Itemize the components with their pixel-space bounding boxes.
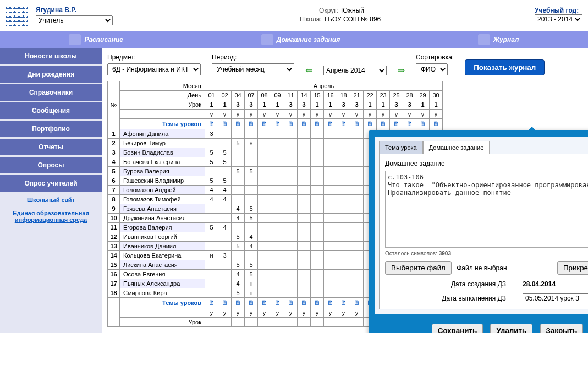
grade-cell[interactable] (205, 214, 218, 223)
grade-cell[interactable] (337, 214, 350, 223)
grade-cell[interactable] (205, 242, 218, 251)
grade-cell[interactable]: 4 (218, 186, 232, 195)
grade-cell[interactable] (298, 232, 311, 242)
grade-cell[interactable] (298, 157, 311, 167)
grade-cell[interactable] (324, 288, 337, 298)
grade-cell[interactable] (258, 214, 271, 223)
grade-cell[interactable] (350, 251, 364, 260)
grade-cell[interactable] (271, 242, 284, 251)
u-cell[interactable]: у (416, 110, 430, 119)
grade-cell[interactable]: 4 (232, 279, 245, 288)
grade-cell[interactable]: 5 (232, 167, 245, 176)
grade-cell[interactable] (324, 139, 337, 148)
grade-cell[interactable] (311, 223, 324, 232)
grade-cell[interactable] (218, 204, 232, 214)
theme-doc-icon[interactable]: 🗎 (232, 298, 245, 308)
grade-cell[interactable]: 5 (218, 157, 232, 167)
grade-cell[interactable] (271, 176, 284, 186)
grade-cell[interactable] (337, 204, 350, 214)
grade-cell[interactable] (324, 195, 337, 204)
theme-doc-icon[interactable]: 🗎 (271, 119, 284, 129)
grade-cell[interactable] (324, 260, 337, 270)
grade-cell[interactable] (324, 232, 337, 242)
grade-cell[interactable] (232, 176, 245, 186)
grade-cell[interactable] (284, 157, 298, 167)
grade-cell[interactable] (258, 232, 271, 242)
sidebar-item-birthdays[interactable]: Дни рождения (0, 66, 102, 83)
student-name[interactable]: Кольцова Екатерина (120, 251, 205, 260)
grade-cell[interactable] (205, 260, 218, 270)
grade-cell[interactable] (284, 242, 298, 251)
grade-cell[interactable]: 4 (245, 232, 258, 242)
grade-cell[interactable] (324, 176, 337, 186)
grade-cell[interactable] (298, 260, 311, 270)
grade-cell[interactable] (350, 129, 364, 139)
grade-cell[interactable] (311, 288, 324, 298)
grade-cell[interactable] (337, 260, 350, 270)
grade-cell[interactable]: 5 (245, 214, 258, 223)
theme-doc-icon[interactable]: 🗎 (245, 119, 258, 129)
sidebar-item-messages[interactable]: Сообщения (0, 102, 102, 119)
u-cell[interactable]: у (205, 110, 218, 119)
u-cell[interactable]: у (258, 308, 271, 318)
sidebar-item-ref[interactable]: Справочники (0, 84, 102, 101)
menu-journal[interactable]: Журнал (478, 34, 519, 45)
student-name[interactable]: Иванников Даниил (120, 242, 205, 251)
grade-cell[interactable] (350, 186, 364, 195)
grade-cell[interactable] (218, 242, 232, 251)
grade-cell[interactable] (271, 251, 284, 260)
grade-cell[interactable] (271, 288, 284, 298)
student-name[interactable]: Афонин Данила (120, 129, 205, 139)
grade-cell[interactable] (298, 129, 311, 139)
u-cell[interactable]: у (218, 308, 232, 318)
grade-cell[interactable] (245, 129, 258, 139)
grade-cell[interactable] (271, 129, 284, 139)
grade-cell[interactable] (337, 288, 350, 298)
grade-cell[interactable] (337, 242, 350, 251)
grade-cell[interactable] (271, 139, 284, 148)
grade-cell[interactable]: 4 (205, 195, 218, 204)
menu-homework[interactable]: Домашние задания (261, 34, 340, 45)
u-cell[interactable]: у (337, 308, 350, 318)
u-cell[interactable]: у (390, 110, 403, 119)
grade-cell[interactable] (258, 186, 271, 195)
grade-cell[interactable] (245, 223, 258, 232)
grade-cell[interactable]: 5 (245, 167, 258, 176)
grade-cell[interactable] (232, 157, 245, 167)
grade-cell[interactable] (284, 139, 298, 148)
grade-cell[interactable] (298, 195, 311, 204)
student-name[interactable]: Лискина Анастасия (120, 260, 205, 270)
grade-cell[interactable] (284, 148, 298, 157)
grade-cell[interactable] (350, 232, 364, 242)
grade-cell[interactable] (284, 223, 298, 232)
u-cell[interactable]: у (232, 110, 245, 119)
grade-cell[interactable] (337, 195, 350, 204)
grade-cell[interactable] (311, 167, 324, 176)
grade-cell[interactable] (311, 204, 324, 214)
grade-cell[interactable]: н (205, 251, 218, 260)
theme-doc-icon[interactable]: 🗎 (284, 298, 298, 308)
grade-cell[interactable]: 5 (205, 148, 218, 157)
grade-cell[interactable] (298, 214, 311, 223)
grade-cell[interactable] (258, 129, 271, 139)
subject-select[interactable]: 6Д - Информатика и ИКТ (107, 63, 201, 75)
grade-cell[interactable] (271, 214, 284, 223)
grade-cell[interactable] (311, 270, 324, 279)
theme-doc-icon[interactable]: 🗎 (350, 298, 364, 308)
u-cell[interactable]: у (430, 110, 443, 119)
u-cell[interactable]: у (218, 110, 232, 119)
grade-cell[interactable] (284, 214, 298, 223)
grade-cell[interactable] (350, 214, 364, 223)
grade-cell[interactable]: 4 (218, 195, 232, 204)
u-cell[interactable]: у (271, 110, 284, 119)
grade-cell[interactable] (218, 214, 232, 223)
grade-cell[interactable] (311, 195, 324, 204)
grade-cell[interactable] (258, 167, 271, 176)
grade-cell[interactable] (324, 148, 337, 157)
u-cell[interactable]: у (337, 110, 350, 119)
grade-cell[interactable] (311, 157, 324, 167)
u-cell[interactable]: у (298, 110, 311, 119)
grade-cell[interactable] (337, 186, 350, 195)
grade-cell[interactable] (232, 251, 245, 260)
theme-doc-icon[interactable]: 🗎 (298, 119, 311, 129)
